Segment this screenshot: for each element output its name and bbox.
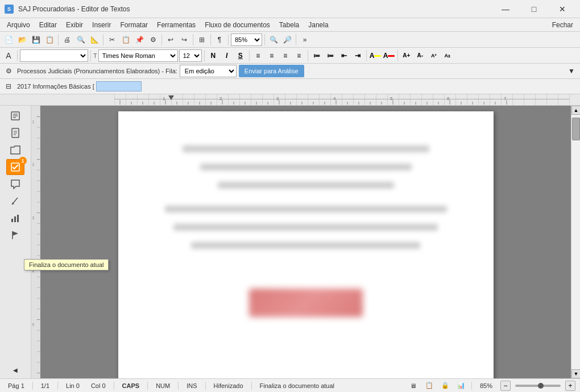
status-line: Lin 0 — [63, 382, 83, 389]
sep-f2 — [90, 50, 91, 61]
menu-exibir[interactable]: Exibir — [61, 20, 88, 30]
open-button[interactable]: 📂 — [16, 34, 28, 46]
table-button[interactable]: ⊞ — [196, 34, 208, 46]
status-sep5 — [178, 382, 179, 390]
menu-inserir[interactable]: Inserir — [88, 20, 115, 30]
superscript-button[interactable]: A² — [428, 49, 440, 62]
minimize-button[interactable]: — — [492, 1, 519, 18]
paste-button[interactable]: 📌 — [133, 34, 146, 46]
save-button[interactable]: 💾 — [30, 34, 42, 46]
sidebar-btn-7[interactable] — [6, 210, 24, 226]
blurred-line-1 — [183, 145, 429, 152]
main-area: 1 Finaliza o documento atual — [0, 106, 580, 378]
indent-decrease-button[interactable]: ⇤ — [338, 49, 350, 62]
sidebar-btn-2[interactable] — [6, 125, 24, 141]
vertical-ruler: 1 2 3 4 5 — [31, 106, 40, 378]
status-zoom-pct: 85% — [477, 382, 496, 389]
doc-settings-button[interactable]: ▼ — [565, 65, 578, 77]
status-message: Finaliza o documento atual — [256, 382, 338, 389]
sidebar-btn-6[interactable] — [6, 193, 24, 209]
blurred-line-4 — [165, 206, 447, 212]
close-button[interactable]: ✕ — [549, 1, 575, 18]
maximize-button[interactable]: □ — [521, 1, 547, 18]
scroll-thumb[interactable] — [572, 118, 580, 140]
sidebar-btn-1[interactable] — [6, 108, 24, 124]
status-select[interactable]: Em edição Finalizado — [180, 65, 237, 77]
list-numbered-button[interactable]: ≔ — [324, 49, 337, 62]
copy-button[interactable]: 📋 — [119, 34, 132, 46]
sep-f6 — [366, 50, 367, 61]
print-preview-button[interactable]: 🔍 — [74, 34, 87, 46]
paste-special-button[interactable]: ⚙ — [147, 34, 159, 46]
menu-fluxo[interactable]: Fluxo de documentos — [200, 20, 275, 30]
breadcrumb-input[interactable] — [96, 81, 142, 91]
svg-text:2: 2 — [219, 96, 222, 101]
sidebar-btn-3[interactable] — [6, 142, 24, 158]
underline-button[interactable]: S — [234, 49, 247, 62]
tab-icon-button[interactable]: ⊟ — [2, 80, 15, 93]
redo-button[interactable]: ↪ — [178, 34, 190, 46]
status-icon-4[interactable]: 📊 — [455, 381, 467, 391]
search-replace-button[interactable]: 🔎 — [281, 34, 293, 46]
ruler: 1 2 3 4 5 — [0, 94, 580, 106]
sep-f1 — [17, 50, 18, 61]
sidebar-collapse-button[interactable]: ◀ — [9, 364, 22, 376]
zoom-in-button[interactable]: + — [565, 381, 575, 391]
sidebar-btn-5[interactable] — [6, 176, 24, 192]
zoom-out-button[interactable]: − — [500, 381, 511, 391]
page-setup-button[interactable]: 📐 — [88, 34, 101, 46]
editor-area[interactable] — [40, 106, 571, 378]
document-page[interactable] — [118, 111, 494, 378]
save-as-button[interactable]: 📋 — [43, 34, 56, 46]
italic-button[interactable]: I — [221, 49, 233, 62]
menu-tabela[interactable]: Tabela — [275, 20, 304, 30]
font-name-select[interactable]: Times New Roman Arial — [98, 49, 178, 62]
undo-button[interactable]: ↩ — [164, 34, 177, 46]
status-caps: CAPS — [119, 382, 143, 389]
title-bar: S SAJ Procuradorias - Editor de Textos —… — [0, 0, 580, 18]
style-select[interactable] — [20, 49, 88, 62]
highlight-button[interactable]: A — [369, 49, 382, 62]
status-icon-3[interactable]: 🔒 — [440, 381, 451, 391]
status-icon-2[interactable]: 📋 — [424, 381, 435, 391]
cut-button[interactable]: ✂ — [106, 34, 118, 46]
status-sep4 — [147, 382, 148, 390]
fechar-button[interactable]: Fechar — [548, 20, 578, 30]
list-bullet-button[interactable]: ≔ — [310, 49, 323, 62]
scroll-track[interactable] — [571, 115, 580, 369]
subscript-button[interactable]: A₂ — [441, 49, 454, 62]
status-page: Pág 1 — [5, 382, 28, 389]
font-color-clear-button[interactable]: A — [2, 49, 15, 62]
align-center-button[interactable]: ≡ — [266, 49, 278, 62]
scroll-up-button[interactable]: ▲ — [571, 106, 580, 115]
enviar-button[interactable]: Enviar para Análise — [239, 65, 304, 77]
menu-ferramentas[interactable]: Ferramentas — [152, 20, 200, 30]
svg-text:5: 5 — [32, 323, 34, 327]
align-right-button[interactable]: ≡ — [279, 49, 292, 62]
indent-increase-button[interactable]: ⇥ — [351, 49, 364, 62]
menu-editar[interactable]: Editar — [35, 20, 61, 30]
increase-font-button[interactable]: A+ — [400, 49, 413, 62]
print-button[interactable]: 🖨 — [61, 34, 73, 46]
align-justify-button[interactable]: ≡ — [293, 49, 305, 62]
font-size-select[interactable]: 12 10 14 16 — [179, 49, 202, 62]
show-formatting-button[interactable]: ¶ — [213, 34, 226, 46]
app-icon: S — [5, 5, 14, 14]
menu-arquivo[interactable]: Arquivo — [2, 20, 35, 30]
status-icon-1[interactable]: 🖥 — [408, 381, 419, 391]
zoom-thumb[interactable] — [538, 383, 544, 389]
doc-icon-button[interactable]: ⚙ — [2, 65, 15, 77]
menu-janela[interactable]: Janela — [304, 20, 333, 30]
font-color-button[interactable]: A — [383, 49, 395, 62]
search-button[interactable]: 🔍 — [267, 34, 280, 46]
bold-button[interactable]: N — [207, 49, 219, 62]
scroll-down-button[interactable]: ▼ — [571, 369, 580, 378]
decrease-font-button[interactable]: A- — [414, 49, 426, 62]
menu-formatar[interactable]: Formatar — [115, 20, 152, 30]
zoom-select[interactable]: 85% 100% 75% — [231, 34, 262, 46]
sidebar-btn-8[interactable] — [6, 227, 24, 243]
align-left-button[interactable]: ≡ — [252, 49, 264, 62]
more-button[interactable]: » — [299, 34, 311, 46]
new-doc-button[interactable]: 📄 — [2, 34, 15, 46]
zoom-slider[interactable] — [515, 385, 561, 387]
